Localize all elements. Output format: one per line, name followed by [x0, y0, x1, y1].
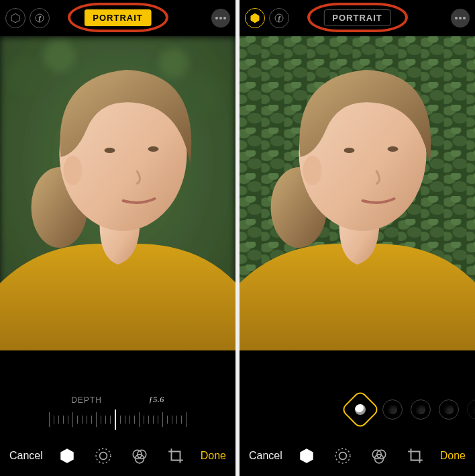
bottom-toolbar: Cancel Done — [0, 436, 235, 476]
controls-left: DEPTH ƒ5.6 Cancel — [0, 350, 235, 476]
depth-label: DEPTH — [71, 395, 102, 405]
svg-point-14 — [100, 453, 107, 460]
editor-right: f PORTRAIT — [240, 0, 475, 476]
portrait-badge[interactable]: PORTRAIT — [84, 9, 151, 26]
photo-preview-left[interactable] — [0, 36, 235, 350]
adjust-tool-icon[interactable] — [334, 447, 352, 465]
filters-tool-icon[interactable] — [370, 447, 388, 465]
svg-point-20 — [254, 17, 256, 19]
controls-right: Cancel Done — [240, 350, 475, 476]
aperture-icon[interactable]: f — [30, 8, 50, 28]
depth-value: ƒ5.6 — [149, 395, 164, 405]
bottom-toolbar: Cancel Done — [240, 436, 475, 476]
tool-icons — [288, 447, 435, 465]
svg-marker-0 — [11, 13, 19, 22]
svg-point-7 — [159, 48, 189, 78]
depth-readout: DEPTH ƒ5.6 — [0, 385, 235, 409]
lighting-selector[interactable] — [240, 383, 475, 436]
adjust-tool-icon[interactable] — [95, 447, 112, 465]
lighting-stage[interactable] — [439, 399, 459, 420]
svg-marker-13 — [61, 448, 74, 463]
more-icon[interactable] — [451, 9, 470, 28]
lighting-tool-icon[interactable] — [298, 447, 315, 465]
svg-point-15 — [96, 448, 111, 463]
svg-text:f: f — [278, 15, 280, 21]
svg-point-35 — [339, 453, 347, 460]
lighting-tool-icon[interactable] — [58, 447, 76, 465]
svg-point-12 — [148, 146, 159, 152]
filters-tool-icon[interactable] — [131, 447, 148, 465]
done-button[interactable]: Done — [201, 450, 226, 462]
depth-slider[interactable] — [0, 409, 235, 436]
lighting-mono[interactable] — [467, 399, 475, 420]
more-icon[interactable] — [211, 9, 230, 28]
tool-icons — [48, 447, 195, 465]
editor-left: f PORTRAIT — [0, 0, 235, 476]
svg-point-10 — [64, 156, 83, 185]
lighting-studio[interactable] — [382, 399, 403, 420]
svg-text:f: f — [39, 15, 41, 21]
portrait-badge[interactable]: PORTRAIT — [323, 9, 390, 26]
svg-point-31 — [303, 156, 322, 185]
crop-tool-icon[interactable] — [167, 447, 184, 465]
svg-point-33 — [388, 146, 399, 152]
crop-tool-icon[interactable] — [407, 447, 424, 465]
aperture-icon[interactable]: f — [269, 8, 289, 28]
cancel-button[interactable]: Cancel — [249, 450, 282, 462]
lighting-contour[interactable] — [411, 399, 431, 420]
svg-point-4 — [7, 58, 45, 95]
svg-point-11 — [105, 148, 115, 153]
hexagon-icon[interactable] — [5, 8, 25, 28]
lighting-natural[interactable] — [340, 389, 380, 429]
hexagon-icon[interactable] — [245, 8, 265, 28]
photo-preview-right[interactable] — [240, 36, 475, 350]
svg-marker-34 — [301, 448, 314, 463]
done-button[interactable]: Done — [440, 450, 466, 462]
cancel-button[interactable]: Cancel — [9, 450, 43, 462]
svg-point-32 — [344, 148, 355, 153]
svg-point-36 — [335, 448, 350, 463]
svg-point-6 — [44, 40, 76, 73]
top-bar: f PORTRAIT — [240, 0, 475, 36]
top-bar: f PORTRAIT — [0, 0, 235, 36]
